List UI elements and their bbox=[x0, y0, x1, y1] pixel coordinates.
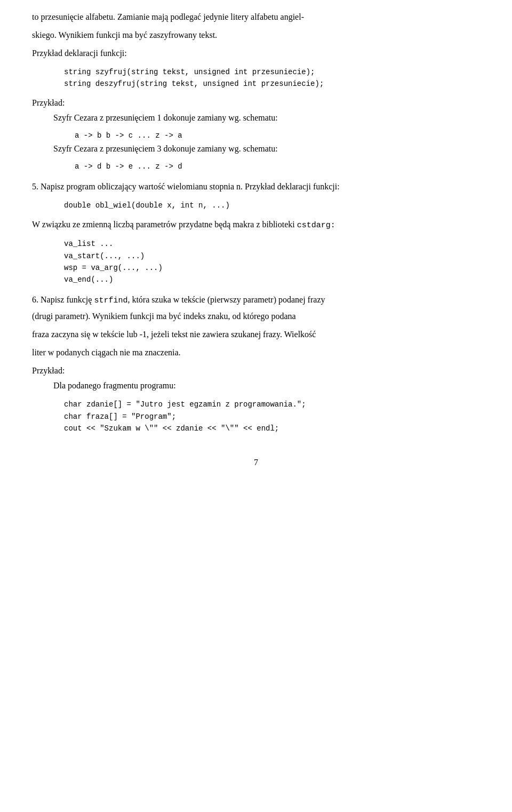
example2-label: Przykład: bbox=[32, 364, 480, 377]
code-example1: a -> b b -> c ... z -> a bbox=[75, 130, 480, 142]
section5-text2-span: W związku ze zmienną liczbą parametrów p… bbox=[32, 220, 295, 229]
code-section5b: va_list ... va_start(..., ...) wsp = va_… bbox=[64, 238, 480, 286]
section6-strfind: strfind bbox=[94, 296, 127, 305]
example-label: Przykład: bbox=[32, 97, 480, 109]
code-section5: double obl_wiel(double x, int n, ...) bbox=[64, 200, 480, 211]
section5-text: 5. Napisz program obliczający wartość wi… bbox=[32, 180, 480, 193]
example-text1: Szyfr Cezara z przesunięciem 1 dokonuje … bbox=[53, 112, 480, 124]
code-section6: char zdanie[] = "Jutro jest egzamin z pr… bbox=[64, 399, 480, 434]
intro-line2: skiego. Wynikiem funkcji ma być zaszyfro… bbox=[32, 29, 480, 42]
section5-text2: W związku ze zmienną liczbą parametrów p… bbox=[32, 218, 480, 232]
section6-paragraph: 6. Napisz funkcję strfind, która szuka w… bbox=[32, 293, 480, 307]
page-content: to przesunięcie alfabetu. Zamianie mają … bbox=[32, 11, 480, 469]
section6-text4: fraza zaczyna się w tekście lub -1, jeże… bbox=[32, 328, 480, 341]
code-decl: string szyfruj(string tekst, unsigned in… bbox=[64, 66, 480, 90]
section5-lib: cstdarg: bbox=[297, 221, 335, 230]
section6-text1: 6. Napisz funkcję bbox=[32, 295, 94, 304]
page-number: 7 bbox=[32, 456, 480, 469]
code-example2: a -> d b -> e ... z -> d bbox=[75, 161, 480, 173]
intro-line1: to przesunięcie alfabetu. Zamianie mają … bbox=[32, 11, 480, 23]
example2-text: Dla podanego fragmentu programu: bbox=[53, 379, 480, 392]
section6-text5: liter w podanych ciągach nie ma znaczeni… bbox=[32, 346, 480, 359]
example-text2: Szyfr Cezara z przesunięciem 3 dokonuje … bbox=[53, 142, 480, 155]
section6-text2: , która szuka w tekście (pierwszy parame… bbox=[127, 295, 325, 304]
section6-text3: (drugi parametr). Wynikiem funkcji ma by… bbox=[32, 310, 480, 323]
example-decl-label: Przykład deklaracji funkcji: bbox=[32, 47, 480, 60]
